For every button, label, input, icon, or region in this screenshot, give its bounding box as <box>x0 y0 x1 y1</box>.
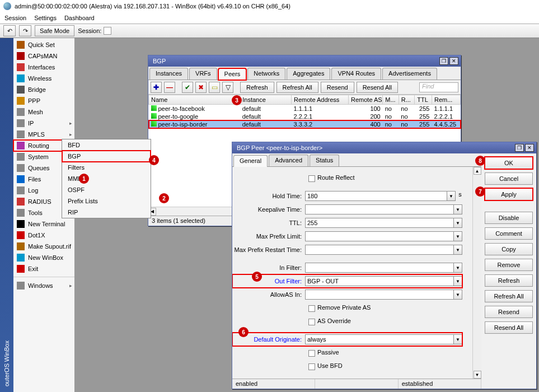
ttl-input[interactable] <box>305 218 454 228</box>
dropdown-icon[interactable]: ▼ <box>453 290 462 300</box>
dropdown-icon[interactable]: ▼ <box>453 218 462 228</box>
dropdown-icon[interactable]: ▼ <box>453 276 462 286</box>
col-header[interactable]: Rem... <box>432 95 460 105</box>
restore-icon[interactable]: ❐ <box>515 144 524 152</box>
comment-button[interactable]: ▭ <box>209 82 220 93</box>
submenu-item-ospf[interactable]: OSPF <box>62 184 151 195</box>
use-bfd-checkbox[interactable]: Use BFD <box>308 362 343 370</box>
resend-button[interactable]: Resend <box>485 306 533 318</box>
refresh-button[interactable]: Refresh <box>240 82 274 93</box>
tab-advertisements[interactable]: Advertisements <box>382 68 437 80</box>
dropdown-icon[interactable]: ▼ <box>453 263 462 273</box>
keepalive-input[interactable] <box>305 204 454 214</box>
sidebar-item-ip[interactable]: IP <box>13 118 74 129</box>
scroll-up-icon[interactable]: ▲ <box>474 167 481 175</box>
sidebar-item-dot1x[interactable]: Dot1X <box>13 230 74 241</box>
refresh-button[interactable]: Refresh <box>485 274 533 287</box>
cancel-button[interactable]: Cancel <box>485 172 533 185</box>
table-row[interactable]: peer-to-googledefault2.2.2.1200nono2552.… <box>149 113 461 120</box>
dropdown-icon[interactable]: ▼ <box>447 191 456 201</box>
route-reflect-checkbox[interactable]: Route Reflect <box>308 174 355 181</box>
sidebar-item-mesh[interactable]: Mesh <box>13 106 74 118</box>
dropdown-icon[interactable]: ▼ <box>453 334 462 344</box>
bgp-window-header[interactable]: BGP ❐ ✕ <box>148 55 461 67</box>
max-restart-input[interactable] <box>305 245 454 255</box>
dropdown-icon[interactable]: ▼ <box>453 231 462 241</box>
restore-icon[interactable]: ❐ <box>439 57 448 65</box>
peer-tab-advanced[interactable]: Advanced <box>269 155 308 166</box>
sidebar-item-bridge[interactable]: Bridge <box>13 84 74 95</box>
undo-button[interactable]: ↶ <box>3 25 16 36</box>
dropdown-icon[interactable]: ▼ <box>453 245 462 255</box>
close-icon[interactable]: ✕ <box>525 144 534 152</box>
sidebar-item-new-winbox[interactable]: New WinBox <box>13 252 74 263</box>
hold-time-input[interactable] <box>305 191 447 201</box>
remove-button[interactable]: Remove <box>485 259 533 271</box>
sidebar-item-make-supout.rif[interactable]: Make Supout.rif <box>13 241 74 252</box>
comment-button[interactable]: Comment <box>485 227 533 240</box>
peer-window-header[interactable]: BGP Peer <peer-to-isp-border> ❐ ✕ <box>232 142 536 153</box>
submenu-item-filters[interactable]: Filters <box>62 162 151 173</box>
dropdown-icon[interactable]: ▼ <box>453 204 462 214</box>
menu-dashboard[interactable]: Dashboard <box>64 15 95 21</box>
tab-networks[interactable]: Networks <box>247 68 285 80</box>
in-filter-input[interactable] <box>305 263 454 273</box>
tab-peers[interactable]: Peers <box>218 68 247 80</box>
col-header[interactable]: TTL <box>415 95 432 105</box>
sidebar-item-exit[interactable]: Exit <box>13 263 74 274</box>
col-header[interactable]: M... <box>383 95 399 105</box>
safe-mode-button[interactable]: Safe Mode <box>35 25 74 36</box>
sidebar-item-windows[interactable]: Windows <box>13 280 74 291</box>
col-header[interactable]: Instance <box>240 95 292 105</box>
find-input[interactable]: Find <box>419 82 458 92</box>
ok-button[interactable]: OK <box>485 157 533 169</box>
add-button[interactable]: ✚ <box>151 82 162 93</box>
session-input[interactable] <box>104 27 111 35</box>
disable-button[interactable]: Disable <box>485 212 533 224</box>
tab-instances[interactable]: Instances <box>149 68 188 80</box>
bgp-grid[interactable]: NameInstanceRemote AddressRemote ASM...R… <box>148 95 461 128</box>
filter-button[interactable]: ▽ <box>222 82 233 93</box>
form-scrollbar[interactable]: ▲ ▼ <box>472 167 481 379</box>
passive-checkbox[interactable]: Passive <box>308 349 339 356</box>
sidebar-item-interfaces[interactable]: Interfaces <box>13 62 74 73</box>
col-header[interactable]: Remote Address <box>292 95 349 105</box>
table-row[interactable]: peer-to-isp-borderdefault3.3.3.2400nono2… <box>149 120 461 128</box>
remove-button[interactable]: — <box>164 82 175 93</box>
menu-settings[interactable]: Settings <box>34 15 57 21</box>
tab-aggregates[interactable]: Aggregates <box>287 68 330 80</box>
tab-vpn4-routes[interactable]: VPN4 Routes <box>331 68 381 80</box>
remove-private-checkbox[interactable]: Remove Private AS <box>308 304 371 311</box>
submenu-item-mme[interactable]: MME <box>62 173 151 184</box>
submenu-item-rip[interactable]: RIP <box>62 207 151 218</box>
default-originate-input[interactable] <box>305 334 454 344</box>
peer-tab-general[interactable]: General <box>233 155 268 167</box>
refresh-all-button[interactable]: Refresh All <box>276 82 318 93</box>
sidebar-item-quick-set[interactable]: Quick Set <box>13 39 74 50</box>
redo-button[interactable]: ↷ <box>19 25 31 36</box>
resend-all-button[interactable]: Resend All <box>485 321 533 334</box>
max-prefix-input[interactable] <box>305 231 454 241</box>
copy-button[interactable]: Copy <box>485 243 533 255</box>
table-row[interactable]: peer-to-facebookdefault1.1.1.1100nono255… <box>149 105 461 113</box>
sidebar-item-mpls[interactable]: MPLS <box>13 129 74 140</box>
resend-button[interactable]: Resend <box>321 82 354 93</box>
resend-all-button[interactable]: Resend All <box>357 82 399 93</box>
peer-tab-status[interactable]: Status <box>310 155 339 166</box>
as-override-checkbox[interactable]: AS Override <box>308 318 351 325</box>
sidebar-item-ppp[interactable]: PPP <box>13 95 74 106</box>
sidebar-item-capsman[interactable]: CAPsMAN <box>13 50 74 62</box>
submenu-item-bgp[interactable]: BGP <box>62 151 151 162</box>
sidebar-item-wireless[interactable]: Wireless <box>13 73 74 84</box>
col-header[interactable]: Remote AS <box>349 95 383 105</box>
enable-button[interactable]: ✔ <box>182 82 193 93</box>
out-filter-input[interactable] <box>305 276 454 286</box>
apply-button[interactable]: Apply <box>485 188 533 200</box>
submenu-item-prefix-lists[interactable]: Prefix Lists <box>62 195 151 207</box>
col-header[interactable]: Name <box>149 95 240 105</box>
disable-button[interactable]: ✖ <box>195 82 207 93</box>
scroll-down-icon[interactable]: ▼ <box>474 371 481 379</box>
submenu-item-bfd[interactable]: BFD <box>62 139 151 151</box>
refresh-all-button[interactable]: Refresh All <box>485 290 533 302</box>
allowas-input[interactable] <box>305 290 454 300</box>
